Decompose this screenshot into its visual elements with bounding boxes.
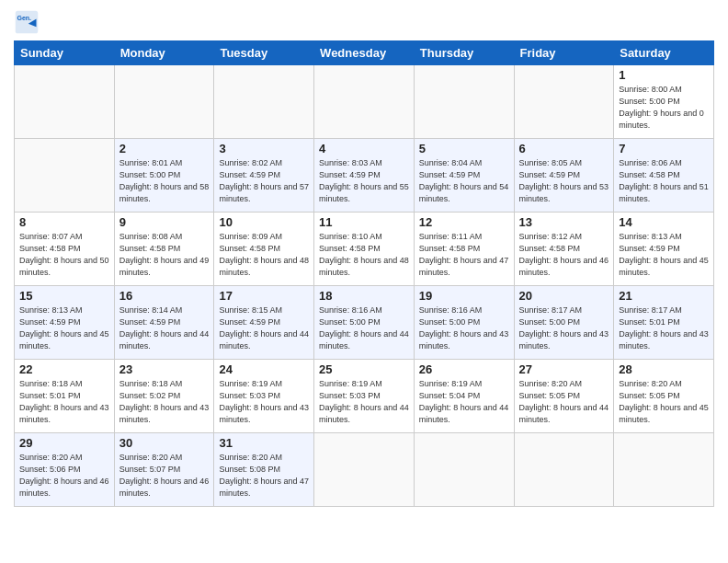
day-cell-17: 17Sunrise: 8:15 AMSunset: 4:59 PMDayligh… xyxy=(214,286,314,360)
day-cell-24: 24Sunrise: 8:19 AMSunset: 5:03 PMDayligh… xyxy=(214,360,314,433)
day-cell-7: 7Sunrise: 8:06 AMSunset: 4:58 PMDaylight… xyxy=(614,139,714,213)
calendar-week-4: 15Sunrise: 8:13 AMSunset: 4:59 PMDayligh… xyxy=(15,286,714,360)
empty-cell xyxy=(414,433,514,507)
calendar-week-1: 1Sunrise: 8:00 AMSunset: 5:00 PMDaylight… xyxy=(15,65,714,139)
calendar-week-2: 2Sunrise: 8:01 AMSunset: 5:00 PMDaylight… xyxy=(15,139,714,213)
day-cell-6: 6Sunrise: 8:05 AMSunset: 4:59 PMDaylight… xyxy=(514,139,614,213)
empty-cell xyxy=(15,139,115,213)
empty-cell xyxy=(514,65,614,139)
calendar-week-3: 8Sunrise: 8:07 AMSunset: 4:58 PMDaylight… xyxy=(15,213,714,286)
day-cell-14: 14Sunrise: 8:13 AMSunset: 4:59 PMDayligh… xyxy=(614,213,714,286)
day-cell-22: 22Sunrise: 8:18 AMSunset: 5:01 PMDayligh… xyxy=(15,360,115,433)
day-cell-13: 13Sunrise: 8:12 AMSunset: 4:58 PMDayligh… xyxy=(514,213,614,286)
day-cell-1: 1Sunrise: 8:00 AMSunset: 5:00 PMDaylight… xyxy=(614,65,714,139)
empty-cell xyxy=(114,65,214,139)
day-cell-29: 29Sunrise: 8:20 AMSunset: 5:06 PMDayligh… xyxy=(15,433,115,507)
day-cell-2: 2Sunrise: 8:01 AMSunset: 5:00 PMDaylight… xyxy=(114,139,214,213)
logo: Gen. xyxy=(14,9,43,35)
empty-cell xyxy=(214,65,314,139)
empty-cell xyxy=(614,433,714,507)
logo-icon: Gen. xyxy=(14,9,40,35)
calendar-week-5: 22Sunrise: 8:18 AMSunset: 5:01 PMDayligh… xyxy=(15,360,714,433)
empty-cell xyxy=(314,433,415,507)
calendar-week-6: 29Sunrise: 8:20 AMSunset: 5:06 PMDayligh… xyxy=(15,433,714,507)
day-cell-30: 30Sunrise: 8:20 AMSunset: 5:07 PMDayligh… xyxy=(114,433,214,507)
day-cell-31: 31Sunrise: 8:20 AMSunset: 5:08 PMDayligh… xyxy=(214,433,314,507)
day-cell-19: 19Sunrise: 8:16 AMSunset: 5:00 PMDayligh… xyxy=(414,286,514,360)
days-header-row: SundayMondayTuesdayWednesdayThursdayFrid… xyxy=(15,41,714,65)
empty-cell xyxy=(514,433,614,507)
day-header-wednesday: Wednesday xyxy=(314,41,415,65)
day-cell-25: 25Sunrise: 8:19 AMSunset: 5:03 PMDayligh… xyxy=(314,360,415,433)
day-cell-15: 15Sunrise: 8:13 AMSunset: 4:59 PMDayligh… xyxy=(15,286,115,360)
day-cell-12: 12Sunrise: 8:11 AMSunset: 4:58 PMDayligh… xyxy=(414,213,514,286)
day-cell-5: 5Sunrise: 8:04 AMSunset: 4:59 PMDaylight… xyxy=(414,139,514,213)
day-cell-9: 9Sunrise: 8:08 AMSunset: 4:58 PMDaylight… xyxy=(114,213,214,286)
day-cell-27: 27Sunrise: 8:20 AMSunset: 5:05 PMDayligh… xyxy=(514,360,614,433)
day-cell-20: 20Sunrise: 8:17 AMSunset: 5:00 PMDayligh… xyxy=(514,286,614,360)
page: Gen. SundayMondayTuesdayWednesdayThursda… xyxy=(0,0,728,511)
day-cell-3: 3Sunrise: 8:02 AMSunset: 4:59 PMDaylight… xyxy=(214,139,314,213)
day-header-monday: Monday xyxy=(114,41,214,65)
day-cell-10: 10Sunrise: 8:09 AMSunset: 4:58 PMDayligh… xyxy=(214,213,314,286)
calendar-table: SundayMondayTuesdayWednesdayThursdayFrid… xyxy=(14,40,714,507)
day-cell-4: 4Sunrise: 8:03 AMSunset: 4:59 PMDaylight… xyxy=(314,139,415,213)
empty-cell xyxy=(314,65,415,139)
day-cell-28: 28Sunrise: 8:20 AMSunset: 5:05 PMDayligh… xyxy=(614,360,714,433)
day-header-saturday: Saturday xyxy=(614,41,714,65)
day-cell-8: 8Sunrise: 8:07 AMSunset: 4:58 PMDaylight… xyxy=(15,213,115,286)
empty-cell xyxy=(15,65,115,139)
day-cell-16: 16Sunrise: 8:14 AMSunset: 4:59 PMDayligh… xyxy=(114,286,214,360)
day-cell-18: 18Sunrise: 8:16 AMSunset: 5:00 PMDayligh… xyxy=(314,286,415,360)
day-header-sunday: Sunday xyxy=(15,41,115,65)
day-cell-11: 11Sunrise: 8:10 AMSunset: 4:58 PMDayligh… xyxy=(314,213,415,286)
day-cell-21: 21Sunrise: 8:17 AMSunset: 5:01 PMDayligh… xyxy=(614,286,714,360)
header-area: Gen. xyxy=(14,9,714,35)
day-header-thursday: Thursday xyxy=(414,41,514,65)
svg-text:Gen.: Gen. xyxy=(17,15,32,21)
empty-cell xyxy=(414,65,514,139)
day-cell-23: 23Sunrise: 8:18 AMSunset: 5:02 PMDayligh… xyxy=(114,360,214,433)
day-header-friday: Friday xyxy=(514,41,614,65)
day-cell-26: 26Sunrise: 8:19 AMSunset: 5:04 PMDayligh… xyxy=(414,360,514,433)
day-header-tuesday: Tuesday xyxy=(214,41,314,65)
